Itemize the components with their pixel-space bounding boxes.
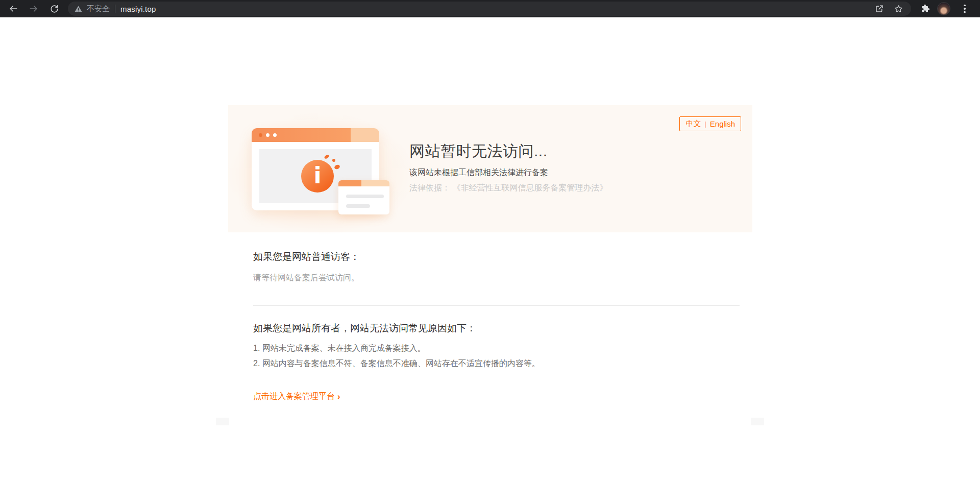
lang-option-chinese[interactable]: 中文 [685, 119, 701, 129]
reload-button[interactable] [47, 2, 61, 16]
chevron-right-icon: › [337, 392, 340, 401]
extensions-button[interactable] [918, 2, 933, 16]
visitor-section-body: 请等待网站备案后尝试访问。 [253, 273, 359, 283]
beian-platform-link-label[interactable]: 点击进入备案管理平台 [253, 391, 335, 402]
address-bar[interactable]: 不安全 masiyi.top [68, 2, 911, 16]
back-arrow-icon [8, 4, 18, 14]
hero-banner: i 中文 | English 网站暂时无法访问... 该网站未根据工信部相关法律… [228, 105, 752, 232]
page-subtitle: 该网站未根据工信部相关法律进行备案 [409, 167, 548, 178]
not-secure-warning-icon [74, 5, 83, 13]
info-icon: i [301, 160, 334, 193]
page-title: 网站暂时无法访问... [409, 141, 548, 162]
kebab-menu-icon [964, 5, 966, 7]
corner-accent-right [751, 418, 764, 425]
browser-menu-button[interactable] [958, 2, 972, 16]
share-icon [874, 4, 884, 14]
owner-section-title: 如果您是网站所有者，网站无法访问常见原因如下： [253, 322, 476, 335]
back-button[interactable] [6, 2, 20, 16]
illustration-titlebar [252, 128, 379, 142]
puzzle-icon [920, 4, 930, 14]
placeholder-line [346, 195, 384, 198]
bookmark-button[interactable] [892, 2, 905, 15]
visitor-section-title: 如果您是网站普通访客： [253, 250, 360, 263]
avatar-photo [937, 2, 950, 15]
beian-platform-link[interactable]: 点击进入备案管理平台 › [253, 391, 340, 402]
spark-decoration [332, 159, 335, 162]
reason-item-2: 2. 网站内容与备案信息不符、备案信息不准确、网站存在不适宜传播的内容等。 [253, 358, 540, 369]
share-button[interactable] [872, 2, 886, 15]
forward-arrow-icon [29, 4, 39, 14]
star-icon [894, 4, 903, 14]
placeholder-line [346, 204, 370, 208]
lang-option-english[interactable]: English [710, 119, 735, 128]
lang-separator: | [704, 120, 706, 128]
legal-basis-text: 法律依据： 《非经营性互联网信息服务备案管理办法》 [409, 183, 607, 194]
forward-button[interactable] [27, 2, 41, 16]
section-divider [253, 305, 740, 306]
url-text: masiyi.top [120, 5, 156, 13]
profile-avatar[interactable] [937, 2, 951, 16]
corner-accent-left [216, 418, 229, 425]
reload-icon [50, 4, 59, 14]
security-label: 不安全 [87, 4, 110, 14]
omnibox-separator [115, 5, 115, 13]
language-toggle[interactable]: 中文 | English [679, 116, 741, 131]
small-window-illustration [338, 180, 389, 214]
browser-toolbar: 不安全 masiyi.top [0, 0, 980, 17]
reason-item-1: 1. 网站未完成备案、未在接入商完成备案接入。 [253, 343, 426, 354]
